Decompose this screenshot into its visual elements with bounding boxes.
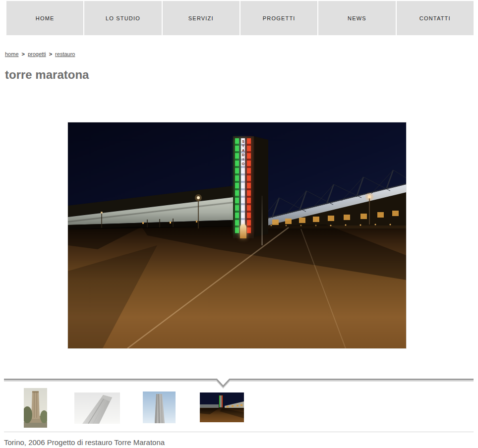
breadcrumb-separator: >: [22, 51, 25, 57]
nav-item-servizi[interactable]: SERVIZI: [163, 1, 239, 35]
page: HOME LO STUDIO SERVIZI PROGETTI NEWS CON…: [0, 0, 478, 448]
caption-divider: [4, 432, 474, 432]
nav-item-lo-studio[interactable]: LO STUDIO: [84, 1, 161, 35]
nav-item-home[interactable]: HOME: [6, 1, 83, 35]
thumbnail-2[interactable]: [74, 392, 120, 424]
breadcrumb: home > progetti > restauro: [5, 51, 75, 57]
breadcrumb-separator: >: [49, 51, 52, 57]
breadcrumb-link-restauro[interactable]: restauro: [55, 51, 75, 57]
torre-maratona-tower: STADIO: [233, 136, 268, 238]
nav-item-progetti[interactable]: PROGETTI: [240, 1, 317, 35]
thumbnail-3[interactable]: [143, 392, 176, 423]
nav-item-contatti[interactable]: CONTATTI: [397, 1, 474, 35]
tower-arch-door: [240, 224, 246, 238]
tower-stadio-sign: STADIO: [240, 140, 245, 167]
photo-caption: Torino, 2006 Progetto di restauro Torre …: [4, 438, 165, 447]
tower-red-stripe: [247, 138, 251, 233]
main-nav: HOME LO STUDIO SERVIZI PROGETTI NEWS CON…: [6, 1, 474, 35]
tower-green-stripe: [235, 138, 239, 233]
breadcrumb-link-home[interactable]: home: [5, 51, 19, 57]
gallery-divider-notch: [4, 378, 474, 390]
stadium: [261, 170, 406, 229]
thumbnail-1[interactable]: [24, 388, 47, 428]
left-building: [68, 186, 233, 229]
main-photo[interactable]: STADIO: [68, 122, 406, 348]
page-title: torre maratona: [5, 68, 89, 82]
tower-side-face: [254, 136, 268, 237]
thumbnail-4-selected[interactable]: [200, 392, 244, 422]
breadcrumb-link-progetti[interactable]: progetti: [28, 51, 46, 57]
nav-item-news[interactable]: NEWS: [318, 1, 395, 35]
tower-light-seam: [262, 196, 262, 245]
